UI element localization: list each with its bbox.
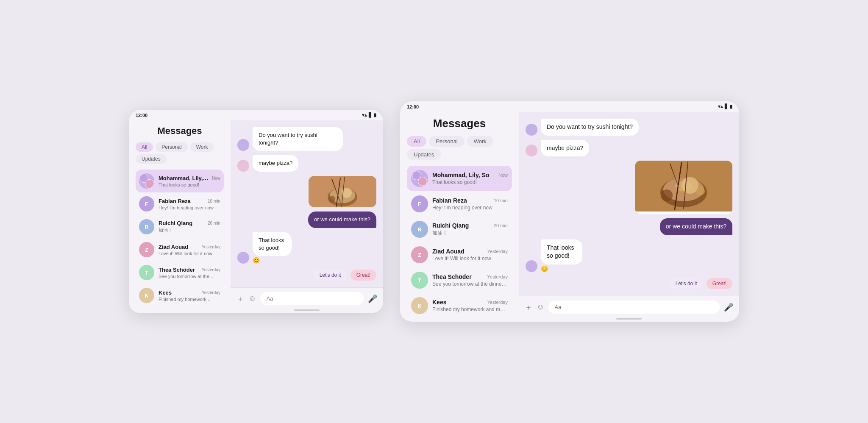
avatar-kees-small: K	[139, 288, 154, 303]
msg-pizza-small: maybe pizza?	[253, 155, 298, 171]
msg-avatar-group1-small	[237, 139, 249, 151]
conv-preview-ziad-small: Love it! Will look for it now	[159, 251, 220, 256]
avatar-thea-large: T	[411, 272, 428, 289]
msg-looks-large: That looks so good!	[541, 239, 582, 264]
msg-looks-row-large: That looks so good! 😊	[526, 239, 732, 272]
svg-point-11	[661, 189, 673, 201]
sidebar-small: Messages All Personal Work Updates	[129, 120, 231, 312]
wifi-icon: ▾▴	[362, 112, 367, 118]
chip-updates-small[interactable]: Updates	[136, 154, 167, 164]
conv-time-ruichi-large: 20 min	[494, 223, 508, 228]
avatar-mohammad-small	[139, 173, 154, 189]
action-lets-do-it-large[interactable]: Let's do it	[670, 278, 703, 289]
signal-icon-large: ▋	[725, 104, 728, 109]
conv-name-kees-small: Kees	[159, 289, 172, 296]
group-av2-large	[418, 177, 427, 186]
msg-sushi-row-large: Do you want to try sushi tonight?	[526, 119, 732, 136]
wifi-icon-large: ▾▴	[718, 104, 723, 109]
chip-work-large[interactable]: Work	[467, 136, 493, 147]
msg-sushi-row-small: Do you want to try sushi tonight?	[237, 127, 376, 151]
conv-item-mohammad-large[interactable]: Mohammad, Lily, So Now That looks so goo…	[407, 166, 512, 191]
chip-personal-large[interactable]: Personal	[429, 136, 464, 147]
messages-title-large: Messages	[407, 117, 512, 130]
conv-name-ruichi-large: Ruichi Qiang	[432, 222, 469, 229]
mic-icon-large[interactable]: 🎤	[724, 303, 733, 312]
conv-item-ruichi-small[interactable]: R Ruichi Qiang 20 min 加油！	[136, 215, 224, 238]
chat-messages-large: Do you want to try sushi tonight? maybe …	[519, 112, 739, 296]
msg-avatar-group1-large	[526, 124, 537, 136]
status-bar-small: 12:00 ▾▴ ▋ ▮	[129, 110, 383, 120]
conversation-list-small: Mohammad, Lily, So Now That looks so goo…	[136, 170, 224, 307]
message-input-small[interactable]	[260, 292, 364, 305]
conv-info-ruichi-small: Ruichi Qiang 20 min 加油！	[159, 220, 220, 234]
conv-info-ziad-small: Ziad Aouad Yesterday Love it! Will look …	[159, 244, 220, 256]
conv-item-fabian-small[interactable]: F Fabian Reza 10 min Hey! I'm heading ov…	[136, 192, 224, 215]
conv-item-ruichi-large[interactable]: R Ruichi Qiang 20 min 加油！	[407, 217, 512, 242]
chip-all-small[interactable]: All	[136, 142, 153, 152]
conv-item-kees-large[interactable]: K Kees Yesterday Finished my homework an…	[407, 293, 512, 315]
action-great-large[interactable]: Great!	[707, 278, 732, 289]
action-great-small[interactable]: Great!	[351, 270, 376, 281]
input-bar-small: ＋ ☺ 🎤	[231, 287, 383, 309]
conv-item-fabian-large[interactable]: F Fabian Reza 10 min Hey! I'm heading ov…	[407, 191, 512, 217]
chip-updates-large[interactable]: Updates	[407, 149, 441, 160]
conv-item-ziad-small[interactable]: Z Ziad Aouad Yesterday Love it! Will loo…	[136, 238, 224, 261]
emoji-reaction-small: 😊	[253, 257, 312, 264]
conv-name-fabian-large: Fabian Reza	[432, 197, 467, 204]
plus-icon-small[interactable]: ＋	[236, 294, 244, 304]
avatar-fabian-large: F	[411, 195, 428, 212]
msg-avatar-group2-small	[237, 160, 249, 172]
conv-name-kees-large: Kees	[432, 299, 446, 306]
msg-pizza-large: maybe pizza?	[541, 140, 589, 157]
chip-work-small[interactable]: Work	[190, 142, 214, 152]
msg-pizza-row-large: maybe pizza?	[526, 140, 732, 157]
conv-item-thea-small[interactable]: T Thea Schöder Yesterday See you tomorro…	[136, 261, 224, 284]
chat-area-small: Do you want to try sushi tonight? maybe …	[231, 120, 383, 312]
msg-sushi-small: Do you want to try sushi tonight?	[253, 127, 343, 151]
food-card-large: Homemade Dumplings everydumplingever.com	[635, 161, 732, 214]
food-image-small	[309, 176, 376, 208]
conv-info-ruichi-large: Ruichi Qiang 20 min 加油！	[432, 222, 508, 237]
msg-avatar-group3-large	[526, 260, 537, 272]
conv-item-mohammad-small[interactable]: Mohammad, Lily, So Now That looks so goo…	[136, 170, 224, 192]
conv-item-ziad-large[interactable]: Z Ziad Aouad Yesterday Love it! Will loo…	[407, 242, 512, 267]
chip-personal-small[interactable]: Personal	[156, 142, 187, 152]
battery-icon: ▮	[374, 112, 376, 118]
home-indicator-large	[519, 318, 739, 320]
conv-item-kees-small[interactable]: K Kees Yesterday Finished my homework...	[136, 284, 224, 307]
signal-icon: ▋	[369, 112, 372, 118]
app-layout-small: Messages All Personal Work Updates	[129, 120, 383, 312]
chip-all-large[interactable]: All	[407, 136, 426, 147]
avatar-ziad-small: Z	[139, 242, 154, 257]
msg-avatar-group2-large	[526, 145, 537, 156]
msg-sushi-large: Do you want to try sushi tonight?	[541, 119, 639, 136]
emoji-icon-small[interactable]: ☺	[248, 294, 256, 303]
status-bar-large: 12:00 ▾▴ ▋ ▮	[400, 101, 739, 112]
food-svg-small	[309, 176, 376, 208]
conv-item-thea-large[interactable]: T Thea Schöder Yesterday See you tomorro…	[407, 267, 512, 293]
chat-area-large: Do you want to try sushi tonight? maybe …	[519, 112, 739, 320]
avatar-ruichi-large: R	[411, 221, 428, 238]
conv-preview-thea-large: See you tomorrow at the dinner party!	[432, 281, 508, 287]
conv-time-kees-small: Yesterday	[202, 290, 220, 295]
conv-time-kees-large: Yesterday	[487, 300, 508, 305]
conv-name-ziad-small: Ziad Aouad	[159, 244, 188, 250]
message-input-large[interactable]	[548, 301, 720, 314]
conv-preview-mohammad-small: That looks so good!	[159, 182, 220, 187]
mic-icon-small[interactable]: 🎤	[368, 294, 377, 303]
conv-preview-ruichi-large: 加油！	[432, 230, 508, 237]
avatar-kees-large: K	[411, 297, 428, 314]
conv-time-mohammad-large: Now	[498, 173, 508, 178]
svg-point-12	[696, 187, 705, 195]
msg-make-this-small: or we could make this?	[308, 212, 376, 228]
home-bar-small	[294, 309, 320, 311]
conv-time-ziad-small: Yesterday	[202, 245, 220, 249]
action-lets-do-it-small[interactable]: Let's do it	[314, 270, 347, 281]
avatar-ruichi-small: R	[139, 219, 154, 234]
conv-name-ruichi-small: Ruichi Qiang	[159, 220, 192, 226]
plus-icon-large[interactable]: ＋	[525, 302, 532, 312]
action-chips-small: Let's do it Great!	[314, 270, 376, 281]
conv-info-fabian-small: Fabian Reza 10 min Hey! I'm heading over…	[159, 198, 220, 210]
home-indicator-small	[231, 309, 383, 312]
emoji-icon-large[interactable]: ☺	[537, 303, 544, 312]
